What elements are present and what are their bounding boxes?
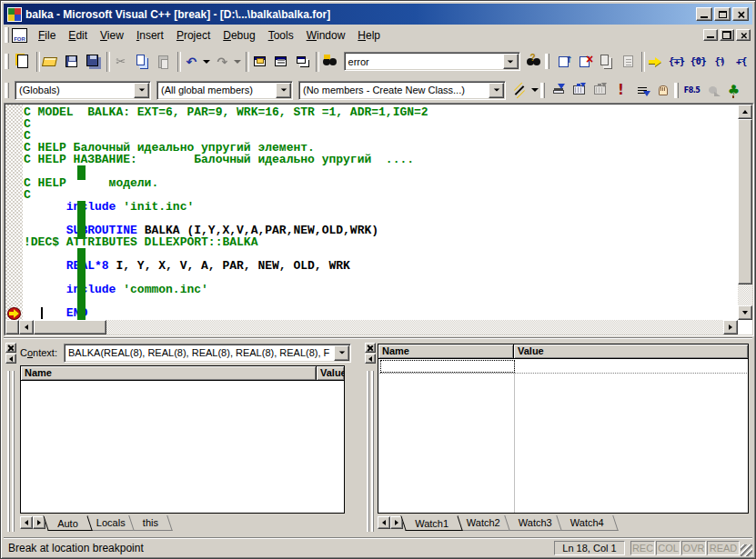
code-line[interactable]: !DEC$ ATTRIBUTES DLLEXPORT::BALKA	[24, 236, 737, 248]
dock-splitter[interactable]	[355, 339, 360, 537]
find-combo-dropdown[interactable]	[503, 54, 519, 69]
watch-value-column-header[interactable]: Value	[514, 344, 748, 358]
redo-button[interactable]: ↷	[212, 50, 234, 73]
toolbar-grip[interactable]	[5, 54, 9, 69]
functions-combo[interactable]: (No members - Create New Class...)	[298, 81, 506, 100]
remove-include-button[interactable]	[574, 50, 596, 73]
members-combo[interactable]: (All global members)	[156, 81, 293, 100]
browse-brace-zero-button[interactable]: {0}	[688, 50, 710, 73]
open-file-button[interactable]	[39, 50, 61, 73]
members-combo-dropdown[interactable]	[276, 83, 291, 98]
variables-close-button[interactable]	[5, 343, 16, 353]
undo-dropdown[interactable]	[202, 50, 211, 73]
new-document-button[interactable]	[12, 50, 34, 73]
code-line[interactable]: C HELP модели.	[24, 177, 737, 189]
checklist-button[interactable]	[617, 50, 639, 73]
copy-button[interactable]	[131, 50, 153, 73]
scroll-right-button[interactable]	[723, 320, 738, 334]
watch-collapse-button[interactable]	[365, 354, 376, 364]
menu-debug[interactable]: Debug	[217, 26, 261, 45]
fortran-document-icon[interactable]: FOR	[12, 28, 27, 43]
build-button[interactable]	[569, 81, 590, 100]
classes-combo-dropdown[interactable]	[134, 83, 149, 98]
toolbar-grip[interactable]	[540, 83, 545, 98]
tab-watch1[interactable]: Watch1	[400, 515, 462, 531]
scroll-down-button[interactable]	[738, 305, 752, 320]
horizontal-scrollbar[interactable]	[5, 320, 738, 334]
go-button[interactable]	[645, 50, 667, 73]
find-in-files-button[interactable]	[319, 50, 341, 73]
menu-grip[interactable]	[5, 27, 9, 43]
mdi-close-button[interactable]	[736, 29, 751, 41]
copy-docs-button[interactable]	[596, 50, 618, 73]
cut-button[interactable]: ✂	[110, 50, 132, 73]
stop-build-button[interactable]	[590, 81, 610, 100]
vars-value-column-header[interactable]: Value	[317, 366, 344, 380]
code-line[interactable]: include 'common.inc'	[24, 284, 737, 295]
editor-margin[interactable]	[5, 105, 23, 320]
fortran-tree-button[interactable]: ♣	[723, 81, 744, 100]
toolbar-grip[interactable]	[545, 54, 549, 69]
functions-combo-dropdown[interactable]	[489, 83, 504, 98]
menu-window[interactable]: Window	[300, 26, 352, 45]
watch-close-button[interactable]	[365, 343, 376, 353]
find-combo[interactable]: error	[344, 52, 520, 71]
code-line[interactable]: C MODEL BALKA: EXT=6, PAR=9, WRK=16, STR…	[24, 106, 737, 118]
open-include-button[interactable]	[552, 50, 574, 73]
tab-auto[interactable]: Auto	[43, 515, 92, 531]
code-lines[interactable]: C MODEL BALKA: EXT=6, PAR=9, WRK=16, STR…	[24, 106, 737, 319]
toolbar-grip[interactable]	[674, 83, 679, 98]
tabs-scroll-left-button[interactable]	[20, 516, 33, 529]
vars-name-column-header[interactable]: Name	[21, 366, 317, 380]
editor-client[interactable]: C MODEL BALKA: EXT=6, PAR=9, WRK=16, STR…	[5, 104, 753, 335]
workspace-button[interactable]	[248, 50, 270, 73]
fortran-bird-button[interactable]	[702, 81, 723, 100]
wizard-bar-button[interactable]	[509, 81, 529, 100]
classes-combo[interactable]: (Globals)	[15, 81, 151, 100]
redo-dropdown[interactable]	[233, 50, 242, 73]
breakpoint-hand-button[interactable]	[652, 81, 673, 100]
watch-empty-row[interactable]	[379, 360, 747, 374]
minimize-button[interactable]	[696, 7, 712, 21]
menu-file[interactable]: File	[32, 26, 62, 45]
paste-button[interactable]	[153, 50, 175, 73]
breakpoint-instruction-pointer-icon[interactable]	[7, 307, 21, 320]
menu-help[interactable]: Help	[351, 26, 387, 45]
context-combo[interactable]: BALKA(REAL(8), REAL(8), REAL(8), REAL(8)…	[64, 344, 351, 363]
maximize-button[interactable]	[714, 7, 731, 21]
go-to-definition-button[interactable]	[631, 81, 652, 100]
mdi-minimize-button[interactable]	[703, 29, 718, 41]
fortran-format-button[interactable]: F8.5	[681, 81, 702, 100]
variables-grid[interactable]: Name Value	[20, 365, 345, 514]
code-line[interactable]: REAL*8 I, Y, X, V, A, PAR, NEW, OLD, WRK	[24, 260, 737, 272]
menu-view[interactable]: View	[94, 26, 130, 45]
wizard-dropdown[interactable]	[529, 79, 539, 102]
toolbar-grip[interactable]	[5, 83, 9, 98]
menu-edit[interactable]: Edit	[62, 26, 94, 45]
variables-drag-grip[interactable]	[7, 371, 14, 532]
output-window-button[interactable]	[270, 50, 292, 73]
watch-grid[interactable]: Name Value	[378, 344, 749, 514]
code-line[interactable]: C HELP НАЗВАНИЕ: Балочный идеально упруг…	[24, 154, 737, 165]
vscroll-thumb[interactable]	[738, 119, 752, 284]
context-combo-dropdown[interactable]	[334, 345, 349, 361]
browse-brace-close-button[interactable]: {)	[710, 50, 731, 73]
vertical-scrollbar[interactable]	[738, 105, 752, 320]
tabs-scroll-left-button[interactable]	[378, 516, 390, 529]
code-line[interactable]	[24, 295, 737, 307]
menu-insert[interactable]: Insert	[130, 26, 170, 45]
search-help-button[interactable]	[523, 50, 545, 73]
resize-grip[interactable]	[741, 544, 752, 556]
browse-brace-in-button[interactable]: +{	[731, 50, 752, 73]
tab-watch4[interactable]: Watch4	[556, 515, 618, 531]
watch-selected-cell[interactable]	[380, 360, 515, 373]
compile-button[interactable]	[548, 81, 569, 100]
code-line[interactable]: END	[24, 307, 737, 319]
menu-tools[interactable]: Tools	[262, 26, 300, 45]
hscroll-thumb[interactable]	[34, 320, 106, 334]
mdi-restore-button[interactable]	[720, 29, 734, 41]
code-line[interactable]: include 'init.inc'	[24, 201, 737, 213]
scroll-left-button[interactable]	[19, 320, 34, 334]
variables-collapse-button[interactable]	[5, 354, 16, 364]
undo-button[interactable]: ↶	[180, 50, 202, 73]
